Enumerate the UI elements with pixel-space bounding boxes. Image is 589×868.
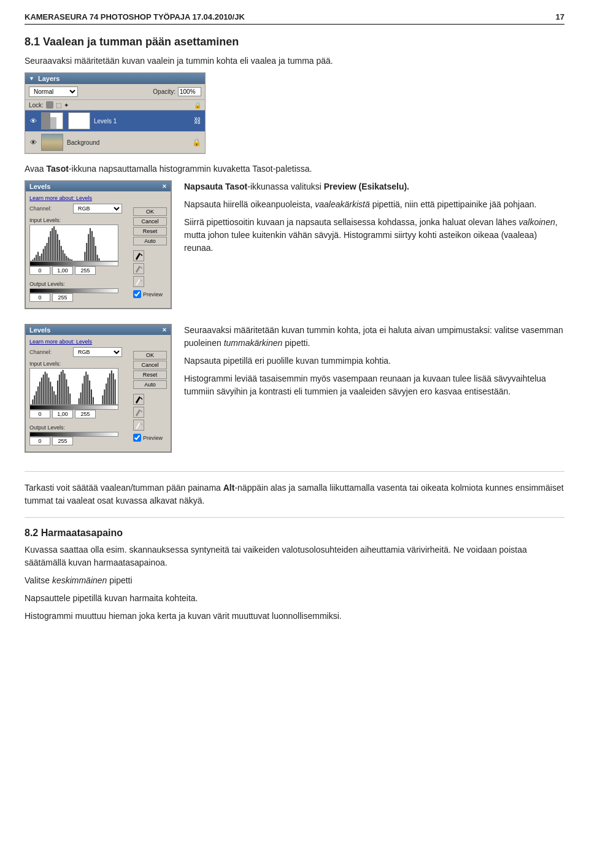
layer-eye-icon[interactable]: 👁 <box>29 117 37 125</box>
layer2-name: Background <box>67 139 99 146</box>
input-val-1-1[interactable] <box>52 266 73 275</box>
svg-rect-9 <box>37 252 39 261</box>
ok-button-2[interactable]: OK <box>133 351 167 359</box>
section-divider-2 <box>25 517 564 518</box>
svg-rect-53 <box>47 374 48 404</box>
section-8-2: 8.2 Harmaatasapaino Kuvassa saattaa olla… <box>25 528 564 623</box>
input-val-0-1[interactable] <box>29 266 50 275</box>
levels-close-icon-2[interactable]: ✕ <box>162 327 167 333</box>
layer-chain-icon: ⛓ <box>194 117 201 125</box>
svg-line-39 <box>141 254 142 256</box>
ok-button-1[interactable]: OK <box>133 207 167 216</box>
output-section-2: Output Levels: <box>29 424 126 445</box>
black-pipette-icon-2[interactable] <box>133 394 144 405</box>
svg-rect-83 <box>115 379 116 404</box>
output-slider-1[interactable] <box>29 288 118 293</box>
channel-row: Channel: RGB <box>29 204 126 213</box>
layers-lock-row: Lock: ⬚ ✦ 🔒 <box>25 100 205 110</box>
layers-mode-select[interactable]: Normal <box>29 86 78 97</box>
reset-button-2[interactable]: Reset <box>133 371 167 379</box>
output-val-255-2[interactable] <box>52 437 73 445</box>
grey-pipette-icon[interactable] <box>133 263 144 274</box>
input-val-255-2[interactable] <box>75 410 96 418</box>
levels-close-icon[interactable]: ✕ <box>162 183 167 190</box>
output-val-255-1[interactable] <box>52 293 73 302</box>
input-slider-2[interactable] <box>29 405 118 410</box>
white-pipette-icon-2[interactable] <box>133 420 144 431</box>
input-slider-1[interactable] <box>29 261 118 266</box>
preview-label-1: Preview <box>143 291 163 298</box>
preview-checkbox-2[interactable] <box>133 434 141 442</box>
layer2-eye-icon[interactable]: 👁 <box>29 138 37 147</box>
svg-rect-15 <box>48 237 49 261</box>
output-slider-2[interactable] <box>29 432 118 437</box>
napsauta-pipetilla-text: Napsauta pipetillä eri puolille kuvan tu… <box>184 355 564 367</box>
svg-rect-11 <box>41 253 42 261</box>
levels-dialog-1-col: Levels ✕ Learn more about: Levels Channe… <box>25 180 172 315</box>
napsauta2-text: Napsauta hiirellä oikeanpuoleista, vaale… <box>184 198 564 211</box>
reset-button-1[interactable]: Reset <box>133 227 167 236</box>
input-val-0-2[interactable] <box>29 410 50 418</box>
black-pipette-icon[interactable] <box>133 250 144 261</box>
svg-rect-10 <box>39 256 40 261</box>
cancel-button-2[interactable]: Cancel <box>133 361 167 369</box>
svg-rect-18 <box>53 226 55 261</box>
svg-rect-65 <box>67 386 69 404</box>
lock-label: Lock: <box>29 102 44 109</box>
output-label-2: Output Levels: <box>29 424 126 431</box>
levels-dialog-2-col: Levels ✕ Learn more about: Levels Channe… <box>25 324 172 459</box>
svg-rect-66 <box>69 394 71 404</box>
svg-rect-35 <box>95 246 96 261</box>
lock-all-icon: 🔒 <box>194 102 201 109</box>
svg-rect-4 <box>42 134 63 151</box>
layer-thumb-bg <box>41 134 63 151</box>
layers-title: Layers <box>38 75 60 82</box>
white-pip-svg-2 <box>134 421 143 429</box>
layer-row-levels[interactable]: 👁 Levels 1 ⛓ <box>25 110 205 132</box>
white-pipette-icon[interactable] <box>133 276 144 287</box>
lock-icon <box>46 101 53 109</box>
avaa-text: Avaa Tasot-ikkuna napsauttamalla histogr… <box>25 163 564 175</box>
levels-learn-link-2[interactable]: Learn more about: Levels <box>29 339 167 345</box>
svg-rect-7 <box>34 258 35 261</box>
channel-select[interactable]: RGB <box>73 204 122 213</box>
channel-select-2[interactable]: RGB <box>73 347 122 357</box>
svg-rect-64 <box>66 379 67 404</box>
svg-marker-86 <box>136 409 141 417</box>
section-8-1: 8.1 Vaalean ja tumman pään asettaminen S… <box>25 36 564 459</box>
input-section-2: Input Levels: <box>29 361 126 418</box>
levels-title-bar-2: Levels ✕ <box>26 325 171 335</box>
svg-rect-72 <box>87 375 88 404</box>
svg-rect-46 <box>34 396 35 405</box>
preview-checkbox-1[interactable] <box>133 290 141 298</box>
channel-label: Channel: <box>29 205 69 212</box>
levels-thumb-svg <box>42 112 63 129</box>
output-val-0-2[interactable] <box>29 437 50 445</box>
grey-pipette-icon-2[interactable] <box>133 407 144 418</box>
svg-rect-22 <box>61 246 62 261</box>
input-val-1-2[interactable] <box>52 410 73 418</box>
black-pip-svg-2 <box>134 395 143 404</box>
svg-rect-8 <box>36 255 37 261</box>
section-8-2-title: 8.2 Harmaatasapaino <box>25 528 564 539</box>
grey-pip-svg <box>134 264 143 273</box>
svg-rect-31 <box>88 234 89 261</box>
input-val-255-1[interactable] <box>75 266 96 275</box>
cancel-button-1[interactable]: Cancel <box>133 217 167 226</box>
svg-rect-58 <box>55 395 56 404</box>
svg-rect-79 <box>107 378 109 405</box>
svg-rect-74 <box>91 390 92 404</box>
svg-rect-2 <box>50 117 56 129</box>
layer-thumb-levels <box>41 112 63 129</box>
levels-learn-link[interactable]: Learn more about: Levels <box>29 195 167 201</box>
auto-button-1[interactable]: Auto <box>133 237 167 245</box>
layer-row-background[interactable]: 👁 Background 🔒 <box>25 132 205 153</box>
auto-button-2[interactable]: Auto <box>133 380 167 389</box>
opacity-input[interactable] <box>178 87 201 96</box>
svg-rect-33 <box>91 231 93 261</box>
preview-check-1: Preview <box>133 290 167 298</box>
svg-marker-88 <box>136 422 141 429</box>
output-val-0-1[interactable] <box>29 293 50 302</box>
header-right: 17 <box>556 12 564 21</box>
svg-rect-19 <box>55 230 56 261</box>
